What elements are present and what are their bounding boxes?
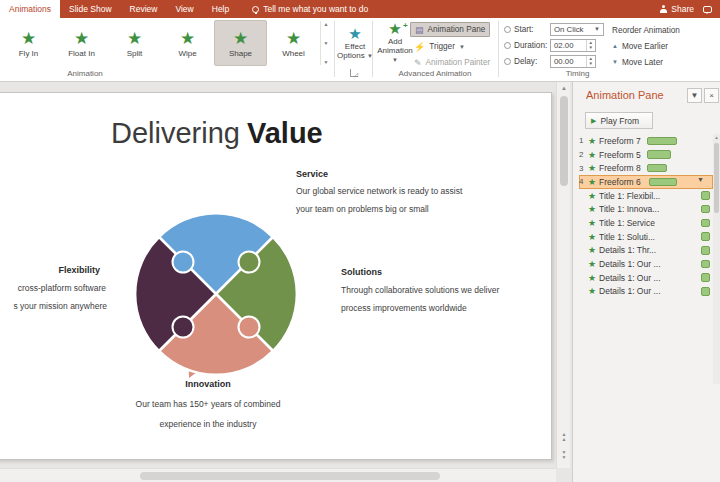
tab-slide-show[interactable]: Slide Show bbox=[60, 0, 121, 18]
puzzle-diagram[interactable] bbox=[96, 196, 336, 396]
entrance-star-icon: ★ bbox=[588, 191, 596, 201]
gallery-item-split[interactable]: ★ Split bbox=[108, 20, 161, 66]
solutions-heading[interactable]: Solutions bbox=[341, 267, 382, 277]
gallery-item-shape[interactable]: ★ Shape bbox=[214, 20, 267, 66]
powerpoint-window: Animations Slide Show Review View Help T… bbox=[0, 0, 720, 482]
chevron-down-icon[interactable]: ▼ bbox=[697, 176, 704, 183]
timeline-bar[interactable] bbox=[701, 287, 710, 296]
timeline-bar[interactable] bbox=[647, 164, 667, 173]
animation-pane-item[interactable]: ★Details 1: Our ... bbox=[579, 285, 713, 299]
animation-pane-item[interactable]: ★Title 1: Service bbox=[579, 216, 713, 230]
pane-scrollbar[interactable]: ▲ bbox=[713, 134, 720, 384]
animation-painter-button: ✎ Animation Painter bbox=[410, 55, 494, 70]
animation-pane-item[interactable]: 2★Freeform 5 bbox=[579, 148, 713, 162]
flexibility-body-line[interactable]: s your mission anywhere bbox=[13, 301, 107, 311]
gallery-item-fly-in[interactable]: ★ Fly In bbox=[2, 20, 55, 66]
entrance-star-icon: ★ bbox=[588, 150, 596, 160]
animation-pane-item[interactable]: ★Title 1: Soluti... bbox=[579, 230, 713, 244]
tab-view[interactable]: View bbox=[166, 0, 202, 18]
effect-label: Freeform 6 bbox=[599, 177, 641, 187]
share-button[interactable]: Share bbox=[660, 4, 694, 14]
tab-review[interactable]: Review bbox=[121, 0, 167, 18]
next-slide-button[interactable]: ▼▼ bbox=[558, 450, 570, 460]
slide-canvas[interactable]: DeliveringValue Service Our global servi… bbox=[0, 92, 552, 460]
scrollbar-thumb[interactable] bbox=[140, 472, 440, 480]
animation-pane-item[interactable]: ★Details 1: Thr... bbox=[579, 244, 713, 258]
flexibility-body-line[interactable]: cross-platform software bbox=[18, 283, 106, 293]
entrance-star-icon: ★ bbox=[21, 29, 36, 48]
service-body-line[interactable]: Our global service network is ready to a… bbox=[296, 186, 462, 196]
puzzle-knob bbox=[239, 317, 260, 338]
share-icon bbox=[660, 9, 667, 13]
animation-pane-item[interactable]: 4★Freeform 6▼ bbox=[579, 175, 713, 189]
spinner-buttons[interactable]: ▲▼ bbox=[586, 56, 595, 67]
effect-label: Details 1: Our ... bbox=[599, 259, 660, 269]
gallery-scroll-down-icon[interactable]: ▼ bbox=[324, 40, 329, 46]
innovation-body-line[interactable]: experience in the industry bbox=[103, 419, 313, 429]
innovation-body-line[interactable]: Our team has 150+ years of combined bbox=[103, 399, 313, 409]
delay-value: 00.00 bbox=[554, 57, 574, 66]
play-from-button[interactable]: ▶ Play From bbox=[585, 112, 653, 129]
animation-painter-label: Animation Painter bbox=[426, 58, 491, 67]
comments-icon[interactable] bbox=[703, 6, 712, 13]
duration-value: 02.00 bbox=[554, 41, 574, 50]
animation-pane-button[interactable]: ▤ Animation Pane bbox=[410, 22, 490, 37]
animation-pane-item[interactable]: ★Title 1: Innova... bbox=[579, 202, 713, 216]
pane-menu-button[interactable]: ▼ bbox=[687, 88, 702, 103]
pane-close-button[interactable]: × bbox=[704, 88, 719, 103]
effect-label: Details 1: Our ... bbox=[599, 286, 660, 296]
spin-down-icon[interactable]: ▼ bbox=[587, 45, 595, 51]
solutions-body-line[interactable]: Through collaborative solutions we deliv… bbox=[341, 285, 499, 295]
timeline-bar[interactable] bbox=[701, 273, 710, 282]
scroll-up-icon[interactable]: ▲ bbox=[713, 134, 720, 141]
timeline-bar[interactable] bbox=[701, 205, 710, 214]
timeline-bar[interactable] bbox=[647, 150, 671, 159]
scroll-up-icon[interactable]: ▲ bbox=[558, 82, 570, 94]
slide-title[interactable]: DeliveringValue bbox=[111, 115, 323, 151]
slide-horizontal-scrollbar[interactable] bbox=[0, 468, 556, 482]
gallery-scroll-up-icon[interactable]: ▲ bbox=[324, 21, 329, 27]
timeline-bar[interactable] bbox=[701, 219, 710, 228]
scrollbar-thumb[interactable] bbox=[560, 96, 568, 186]
gallery-item-wheel[interactable]: ★ Wheel bbox=[267, 20, 320, 66]
trigger-button[interactable]: ⚡ Trigger ▼ bbox=[410, 39, 469, 54]
gallery-item-wipe[interactable]: ★ Wipe bbox=[161, 20, 214, 66]
service-heading[interactable]: Service bbox=[296, 169, 328, 179]
spinner-buttons[interactable]: ▲▼ bbox=[586, 40, 595, 51]
scrollbar-thumb[interactable] bbox=[714, 143, 719, 213]
duration-spinner[interactable]: 02.00 ▲▼ bbox=[550, 39, 596, 52]
start-icon bbox=[504, 26, 511, 33]
add-animation-icon: ★+ bbox=[388, 21, 401, 37]
plus-icon: + bbox=[403, 18, 408, 34]
lightbulb-icon bbox=[252, 6, 259, 13]
solutions-body-line[interactable]: process improvements worldwide bbox=[341, 303, 467, 313]
timeline-bar[interactable] bbox=[701, 246, 710, 255]
animation-pane-item[interactable]: 1★Freeform 7 bbox=[579, 134, 713, 148]
timeline-bar[interactable] bbox=[701, 232, 710, 241]
effect-order-number: 1 bbox=[579, 136, 588, 145]
flexibility-heading[interactable]: Flexibility bbox=[58, 265, 100, 275]
slide-vertical-scrollbar[interactable]: ▲ ▲▲ ▼▼ bbox=[556, 82, 570, 468]
move-earlier-button[interactable]: ▲ Move Earlier bbox=[612, 39, 668, 53]
add-animation-button[interactable]: ★+ Add Animation ▼ bbox=[376, 20, 414, 66]
tell-me-box[interactable]: Tell me what you want to do bbox=[252, 0, 368, 18]
animation-pane-item[interactable]: 3★Freeform 8 bbox=[579, 161, 713, 175]
timeline-bar[interactable] bbox=[649, 178, 677, 187]
animation-pane-item[interactable]: ★Details 1: Our ... bbox=[579, 257, 713, 271]
move-later-button[interactable]: ▼ Move Later bbox=[612, 55, 663, 69]
gallery-more-icon[interactable]: ▼ bbox=[324, 59, 329, 65]
previous-slide-button[interactable]: ▲▲ bbox=[558, 432, 570, 442]
animation-pane-item[interactable]: ★Details 1: Our ... bbox=[579, 271, 713, 285]
tab-animations[interactable]: Animations bbox=[0, 0, 60, 18]
timeline-bar[interactable] bbox=[647, 137, 677, 146]
animation-pane-item[interactable]: ★Title 1: Flexibil... bbox=[579, 189, 713, 203]
tab-help[interactable]: Help bbox=[203, 0, 238, 18]
spin-down-icon[interactable]: ▼ bbox=[587, 61, 595, 67]
effect-options-button[interactable]: ★ Effect Options ▼ bbox=[337, 20, 373, 66]
delay-spinner[interactable]: 00.00 ▲▼ bbox=[550, 55, 596, 68]
dialog-launcher-icon[interactable]: ◿ bbox=[350, 69, 358, 77]
gallery-item-float-in[interactable]: ★ Float In bbox=[55, 20, 108, 66]
start-dropdown[interactable]: On Click ▼ bbox=[550, 23, 604, 36]
timeline-bar[interactable] bbox=[701, 260, 710, 269]
timeline-bar[interactable] bbox=[701, 191, 710, 200]
